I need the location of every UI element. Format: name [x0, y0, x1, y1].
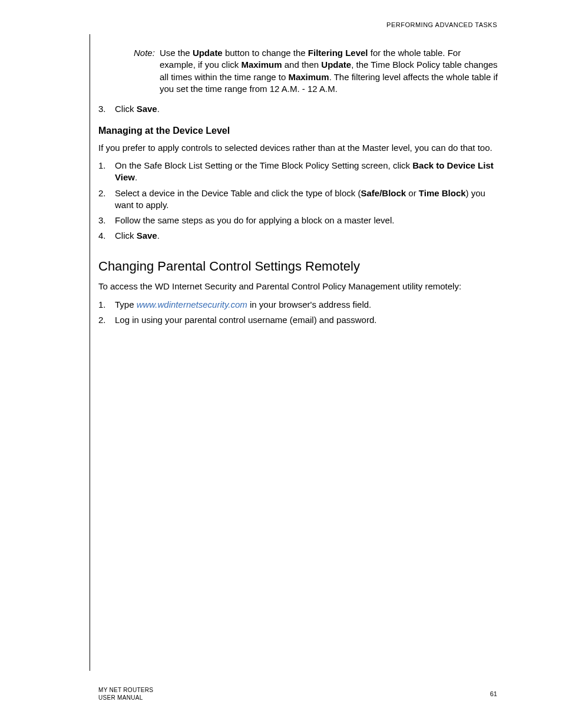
note-bold-maximum-2: Maximum	[288, 72, 329, 82]
text: Select a device in the Device Table and …	[115, 188, 361, 198]
step-text: Follow the same steps as you do for appl…	[115, 215, 499, 226]
list-item: 2. Log in using your parental control us…	[98, 314, 499, 326]
link-wdinternetsecurity[interactable]: www.wdinternetsecurity.com	[137, 299, 247, 309]
device-steps-list: 1. On the Safe Block List Setting or the…	[98, 160, 499, 242]
step-text: On the Safe Block List Setting or the Ti…	[115, 160, 499, 184]
list-item: 3. Click Save.	[98, 103, 499, 115]
heading-managing-device-level: Managing at the Device Level	[98, 124, 499, 137]
step-text: Click Save.	[115, 103, 499, 115]
bold-time-block: Time Block	[419, 188, 466, 198]
bold-save: Save	[137, 104, 157, 114]
note-text: Use the	[160, 48, 193, 58]
step-number: 3.	[98, 215, 115, 226]
remote-steps-list: 1. Type www.wdinternetsecurity.com in yo…	[98, 299, 499, 327]
note-body: Use the Update button to change the Filt…	[160, 47, 499, 95]
step-number: 2.	[98, 314, 115, 326]
section-header: PERFORMING ADVANCED TASKS	[386, 21, 497, 28]
list-item: 1. On the Safe Block List Setting or the…	[98, 160, 499, 184]
step-number: 3.	[98, 103, 115, 115]
list-item: 1. Type www.wdinternetsecurity.com in yo…	[98, 299, 499, 311]
bold-save: Save	[137, 230, 157, 241]
note-bold-filtering-level: Filtering Level	[308, 48, 368, 58]
step-text: Log in using your parental control usern…	[115, 314, 499, 326]
text: .	[157, 230, 160, 241]
note-bold-update-2: Update	[321, 60, 351, 70]
text: in your browser's address field.	[247, 299, 371, 309]
list-item: 3. Follow the same steps as you do for a…	[98, 215, 499, 226]
text: On the Safe Block List Setting or the Ti…	[115, 160, 412, 170]
footer-left: MY NET ROUTERS USER MANUAL	[98, 686, 153, 701]
step-number: 1.	[98, 299, 115, 311]
step-number: 4.	[98, 230, 115, 242]
step-text: Select a device in the Device Table and …	[115, 187, 499, 212]
footer-title: MY NET ROUTERS	[98, 686, 153, 694]
note-label: Note:	[134, 47, 160, 95]
list-item: 2. Select a device in the Device Table a…	[98, 187, 499, 212]
paragraph: If you prefer to apply controls to selec…	[98, 142, 499, 154]
page-content: Note: Use the Update button to change th…	[98, 47, 499, 335]
text: .	[135, 172, 137, 182]
step-text: Click Save.	[115, 230, 499, 242]
paragraph: To access the WD Internet Security and P…	[98, 281, 499, 292]
step-text: Type www.wdinternetsecurity.com in your …	[115, 299, 499, 311]
footer-subtitle: USER MANUAL	[98, 694, 153, 701]
note-block: Note: Use the Update button to change th…	[134, 47, 499, 95]
step-number: 2.	[98, 187, 115, 212]
note-text: button to change the	[223, 48, 308, 58]
note-bold-maximum: Maximum	[241, 60, 282, 70]
note-text: and then	[282, 60, 322, 70]
bold-safe-block: Safe/Block	[361, 188, 406, 198]
margin-rule	[90, 34, 90, 671]
text: .	[157, 104, 160, 114]
text: or	[406, 188, 419, 198]
step-number: 1.	[98, 160, 115, 184]
note-bold-update: Update	[193, 48, 223, 58]
page-number: 61	[490, 690, 497, 697]
list-item: 4. Click Save.	[98, 230, 499, 242]
top-step-list: 3. Click Save.	[98, 103, 499, 115]
text: Click	[115, 104, 137, 114]
text: Click	[115, 230, 137, 241]
text: Type	[115, 299, 137, 309]
heading-changing-parental-control: Changing Parental Control Settings Remot…	[98, 258, 499, 275]
